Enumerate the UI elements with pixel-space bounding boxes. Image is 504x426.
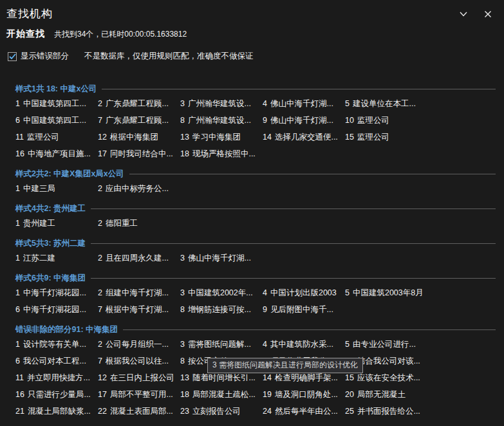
list-item[interactable]: 2公司每月组织一...	[98, 336, 180, 353]
item-text: 佛山中海千灯湖...	[270, 115, 333, 126]
item-index: 11	[15, 373, 24, 382]
item-text: 并立即用快捷方...	[27, 373, 90, 384]
item-text: 广东鼎耀工程顾...	[106, 115, 169, 126]
list-item[interactable]: 9见后附图中海千...	[263, 301, 345, 318]
list-item[interactable]: 11监理公司	[15, 129, 98, 145]
list-item[interactable]: 3佛山中海千灯湖...	[180, 250, 263, 266]
list-item[interactable]: 16只需进行少量局...	[15, 386, 98, 403]
list-item[interactable]: 2广东鼎耀工程顾...	[98, 95, 180, 112]
list-item[interactable]: 2德阳重工	[98, 215, 180, 232]
list-item[interactable]: 1贵州建工	[15, 215, 98, 232]
list-item[interactable]: 7根据我公司以往...	[98, 353, 180, 369]
item-text: 并书面报告给公...	[357, 406, 420, 417]
item-index: 3	[180, 254, 185, 263]
result-section: 样式5共3: 苏州二建1江苏二建2且在四周永久建...3佛山中海千灯湖...	[0, 237, 504, 266]
list-item[interactable]: 4佛山中海千灯湖...	[263, 95, 345, 112]
show-errors-label[interactable]: 显示错误部分	[21, 51, 69, 62]
list-item[interactable]: 11并立即用快捷方...	[15, 369, 98, 386]
section-divider	[123, 329, 496, 330]
section-divider	[129, 174, 496, 174]
item-index: 21	[15, 407, 24, 416]
list-item[interactable]: 10监理公司	[345, 112, 427, 129]
list-item[interactable]: 21混凝土局部缺浆...	[15, 403, 98, 420]
item-text: 然后每半年由公...	[275, 406, 338, 417]
item-text: 见后附图中海千...	[270, 304, 333, 315]
list-item[interactable]: 6中海千灯湖花园...	[15, 301, 98, 318]
list-item[interactable]: 2应由中标劳务公...	[98, 180, 180, 197]
section-items: 1中海千灯湖花园...2组建中海千灯湖...3中国建筑2002年...4中国计划…	[15, 284, 504, 318]
item-index: 4	[263, 288, 267, 297]
list-item[interactable]: 14选择几家交通便...	[263, 129, 345, 145]
close-icon	[484, 10, 492, 18]
list-item[interactable]: 4其中建筑防水采...	[263, 336, 345, 353]
item-text: 混凝土局部缺浆...	[28, 406, 91, 417]
list-item[interactable]: 7根据中海千灯湖...	[98, 301, 180, 318]
item-index: 13	[180, 373, 189, 382]
item-index: 18	[180, 149, 189, 158]
list-item[interactable]: 6中国建筑第四工...	[15, 112, 98, 129]
item-text: 广东鼎耀工程顾...	[106, 98, 169, 109]
list-item[interactable]: 6我公司对本工程...	[15, 353, 98, 369]
item-index: 25	[345, 407, 354, 416]
item-index: 16	[15, 149, 24, 158]
list-item[interactable]: 1中国建筑第四工...	[15, 95, 98, 112]
list-item[interactable]: 3中国建筑2002年...	[180, 284, 263, 301]
list-item[interactable]: 17局部不平整可用...	[98, 386, 180, 403]
list-item[interactable]: 1中海千灯湖花园...	[15, 284, 98, 301]
list-item[interactable]: 5由专业公司进行...	[345, 336, 427, 353]
list-item[interactable]: 8增钢筋连接可按...	[180, 301, 263, 318]
list-item[interactable]: 12在三日内上报公司	[98, 369, 180, 386]
window-title: 查找机构	[6, 6, 53, 21]
item-index: 22	[98, 407, 107, 416]
list-item[interactable]: 18局部混凝土疏松...	[180, 386, 263, 403]
list-item[interactable]: 16中海地产项目施...	[15, 145, 98, 162]
close-button[interactable]	[476, 5, 500, 23]
list-item[interactable]: 5建设单位在本工...	[345, 95, 427, 112]
list-item[interactable]: 1中建三局	[15, 180, 98, 197]
item-index: 9	[263, 305, 267, 314]
item-index: 5	[345, 288, 350, 297]
list-item[interactable]: 7广东鼎耀工程顾...	[98, 112, 180, 129]
item-index: 6	[15, 116, 20, 125]
list-item[interactable]: 1江苏二建	[15, 250, 98, 266]
item-text: 中国计划出版2003	[270, 288, 337, 299]
item-text: 其中建筑防水采...	[270, 339, 333, 350]
list-item[interactable]: 13学习中海集团	[180, 129, 263, 145]
list-item[interactable]: 1设计院等有关单...	[15, 336, 98, 353]
section-header: 样式6共9: 中海集团	[15, 272, 496, 284]
list-item[interactable]: 4中国计划出版2003	[263, 284, 345, 301]
list-item[interactable]: 12根据中海集团	[98, 129, 180, 145]
list-item[interactable]: 5中国建筑2003年8月	[345, 284, 427, 301]
list-item[interactable]: 3广州瀚华建筑设...	[180, 95, 263, 112]
list-item[interactable]: 25并书面报告给公...	[345, 403, 427, 420]
list-item[interactable]: 18现场严格按照中...	[180, 145, 263, 162]
item-text: 且在四周永久建...	[106, 253, 169, 264]
list-item[interactable]: 2且在四周永久建...	[98, 250, 180, 266]
list-item[interactable]: 20局部无混凝土	[345, 386, 427, 403]
start-search-button[interactable]: 开始查找	[6, 28, 45, 40]
show-errors-checkbox[interactable]	[8, 52, 17, 61]
list-item[interactable]: 23立刻报告公司	[180, 403, 263, 420]
collapse-button[interactable]	[451, 5, 476, 23]
item-index: 2	[98, 288, 102, 297]
list-item[interactable]: 9佛山中海千灯湖...	[263, 112, 345, 129]
item-text: 设计院等有关单...	[23, 339, 86, 350]
list-item[interactable]: 8广州瀚华建筑设...	[180, 112, 263, 129]
item-text: 由专业公司进行...	[353, 339, 416, 350]
list-item[interactable]: 24然后每半年由公...	[263, 403, 345, 420]
list-item[interactable]: 22混凝土表面局部...	[98, 403, 180, 420]
item-text: 德阳重工	[106, 218, 138, 229]
item-index: 4	[263, 99, 267, 108]
section-title: 错误非除的部分91: 中海集团	[15, 324, 118, 335]
section-divider	[91, 278, 496, 279]
section-title: 样式4共2: 贵州建工	[15, 203, 86, 214]
list-item[interactable]: 3需将图纸问题解...	[180, 336, 263, 353]
list-item[interactable]: 19墙及洞口阴角处...	[263, 386, 345, 403]
item-index: 14	[263, 373, 272, 382]
section-items: 1中国建筑第四工...2广东鼎耀工程顾...3广州瀚华建筑设...4佛山中海千灯…	[15, 95, 504, 162]
list-item[interactable]: 17同时我司结合中...	[98, 145, 180, 162]
item-index: 5	[345, 99, 350, 108]
list-item[interactable]: 2组建中海千灯湖...	[98, 284, 180, 301]
list-item[interactable]: 15监理公司	[345, 129, 427, 145]
item-index: 2	[98, 254, 102, 263]
